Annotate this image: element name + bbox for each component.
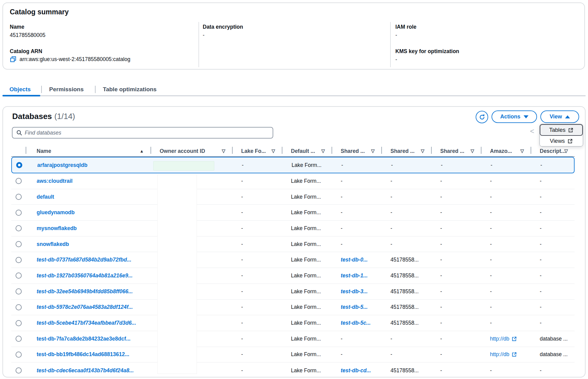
table-row[interactable]: test-db-7fa7ca8de2b84232ae3e8dcf...--Lak… (11, 331, 575, 347)
shared1-link[interactable]: test-db-3... (341, 288, 368, 295)
table-row[interactable]: snowflakedb--Lake Form...----- (11, 236, 575, 252)
column-header-owner-account-id[interactable]: Owner account ID▽ (151, 146, 232, 156)
menu-item-label: Tables (549, 127, 565, 133)
table-row[interactable]: default--Lake Form...----- (11, 189, 575, 205)
table-row[interactable]: test-db-0737fa687d584b2d9ab72fbd...--Lak… (11, 252, 575, 268)
default-perms-cell: Lake Form... (282, 320, 332, 326)
sort-icon[interactable]: ▽ (371, 148, 375, 154)
amazon-link[interactable]: http://db (490, 351, 509, 358)
table-row[interactable]: test-db-1927b03560764a4b81a216e9...--Lak… (11, 268, 575, 284)
row-radio[interactable] (16, 241, 22, 247)
table-row[interactable]: test-db-5cebe417bf734eafbbeaf7d3d6...--L… (11, 315, 575, 331)
database-name-link[interactable]: test-db-7fa7ca8de2b84232ae3e8dcf... (37, 336, 130, 342)
actions-button-label: Actions (500, 114, 520, 120)
kms-key-label: KMS key for optimization (395, 48, 459, 54)
sort-icon[interactable]: ▽ (470, 148, 474, 154)
shared1-link[interactable]: test-db-5c... (341, 320, 371, 326)
table-row[interactable]: mysnowflakedb--Lake Form...----- (11, 221, 575, 236)
description-cell: database ... (531, 336, 575, 342)
shared1-link[interactable]: test-db-5... (341, 304, 368, 310)
view-menu-item-views[interactable]: Views (540, 136, 583, 146)
shared1-link[interactable]: test-db-cd... (341, 367, 371, 374)
sort-icon[interactable]: ▽ (564, 148, 568, 154)
view-menu-item-tables[interactable]: Tables (540, 124, 583, 136)
lake-cell: - (232, 367, 282, 374)
row-radio[interactable] (16, 336, 22, 342)
database-name-link[interactable]: test-db-bb19fb486dc14ad68813612... (37, 351, 129, 358)
column-header-shared-[interactable]: Shared ...▽ (381, 146, 431, 156)
table-row[interactable]: aws:cloudtrail--Lake Form...----- (11, 173, 575, 189)
shared3-cell: - (431, 273, 481, 279)
database-name-link[interactable]: test-db-1927b03560764a4b81a216e9... (37, 273, 132, 279)
refresh-button[interactable] (476, 111, 488, 123)
database-name-link[interactable]: test-db-5978c2e076aa4583a28df124f... (37, 304, 133, 310)
shared3-cell: - (431, 209, 481, 216)
shared1-link[interactable]: test-db-1... (341, 273, 368, 279)
table-row[interactable]: test-db-5978c2e076aa4583a28df124f...--La… (11, 300, 575, 316)
database-name-link[interactable]: test-db-cdec6ecaa0f143b7b4d6f24a8... (37, 367, 134, 374)
shared1-link[interactable]: test-db-0... (341, 257, 368, 263)
row-radio[interactable] (16, 162, 22, 168)
database-name-link[interactable]: mysnowflakedb (37, 225, 77, 232)
row-radio[interactable] (16, 257, 22, 263)
database-name-link[interactable]: test-db-5cebe417bf734eafbbeaf7d3d6... (37, 320, 136, 326)
view-button[interactable]: View (540, 110, 579, 123)
tab-objects[interactable]: Objects (9, 86, 31, 93)
database-name-link[interactable]: aws:cloudtrail (37, 178, 73, 184)
row-radio[interactable] (16, 178, 22, 184)
column-header-label: Shared ... (440, 148, 464, 154)
column-header-shared-[interactable]: Shared ...▽ (431, 146, 481, 156)
row-select-cell (11, 304, 26, 310)
sort-icon[interactable]: ▽ (421, 148, 424, 154)
row-radio[interactable] (16, 210, 22, 216)
shared2-cell: 45178558... (381, 367, 431, 374)
lake-cell: - (232, 194, 282, 200)
database-name-link[interactable]: test-db-0737fa687d584b2d9ab72fbd... (37, 257, 131, 263)
amazon-cell: - (481, 241, 531, 247)
search-input[interactable] (25, 130, 269, 136)
tab-permissions[interactable]: Permissions (49, 86, 84, 93)
row-radio[interactable] (16, 273, 22, 279)
sort-icon[interactable]: ▽ (271, 148, 275, 154)
row-radio[interactable] (16, 304, 22, 310)
default-perms-cell: Lake Form... (282, 225, 332, 232)
row-radio[interactable] (16, 367, 22, 374)
pagination-previous[interactable]: < (530, 127, 534, 135)
column-header-name[interactable]: Name▲ (26, 146, 151, 156)
actions-button[interactable]: Actions (492, 110, 537, 123)
column-header-descript-[interactable]: Descript...▽ (531, 146, 575, 156)
database-name-link[interactable]: gluedynamodb (37, 209, 74, 216)
row-radio[interactable] (16, 225, 22, 231)
lake-cell: - (232, 351, 282, 358)
sort-icon[interactable]: ▽ (321, 148, 325, 154)
table-row[interactable]: test-db-32ee54b6949b4fdd85b8ff066...--La… (11, 284, 575, 300)
description-cell: - (531, 225, 575, 232)
database-name-link[interactable]: snowflakedb (37, 241, 69, 247)
table-row[interactable]: gluedynamodb--Lake Form...----- (11, 205, 575, 221)
find-databases-search[interactable] (12, 127, 273, 139)
table-row[interactable]: test-db-cdec6ecaa0f143b7b4d6f24a8...--La… (11, 363, 575, 377)
sort-icon[interactable]: ▽ (520, 148, 524, 154)
row-radio[interactable] (16, 288, 22, 294)
row-radio[interactable] (16, 320, 22, 326)
row-radio[interactable] (16, 352, 22, 358)
sort-icon[interactable]: ▽ (222, 148, 225, 154)
row-radio[interactable] (16, 194, 22, 200)
column-header-amazo-[interactable]: Amazo...▽ (481, 146, 531, 156)
column-header-shared-[interactable]: Shared ...▽ (332, 146, 381, 156)
name-cell: mysnowflakedb (26, 225, 151, 232)
column-header-lake-fo-[interactable]: Lake Fo...▽ (232, 146, 282, 156)
tab-table-optimizations[interactable]: Table optimizations (103, 86, 157, 93)
copy-icon[interactable] (10, 56, 16, 63)
sort-ascending-icon[interactable]: ▲ (140, 149, 144, 153)
database-name-link[interactable]: test-db-32ee54b6949b4fdd85b8ff066... (37, 288, 133, 295)
amazon-link[interactable]: http://db (490, 336, 509, 342)
column-header-default-[interactable]: Default ...▽ (282, 146, 332, 156)
table-row[interactable]: arfarajpostgresqldb-Lake Form...----- (11, 157, 575, 173)
description-cell: - (531, 257, 575, 263)
tab-underline (2, 96, 586, 96)
database-name-link[interactable]: default (37, 194, 54, 200)
database-name-link[interactable]: arfarajpostgresqldb (37, 162, 87, 168)
table-row[interactable]: test-db-bb19fb486dc14ad68813612...--Lake… (11, 347, 575, 363)
lake-cell: - (232, 257, 282, 263)
